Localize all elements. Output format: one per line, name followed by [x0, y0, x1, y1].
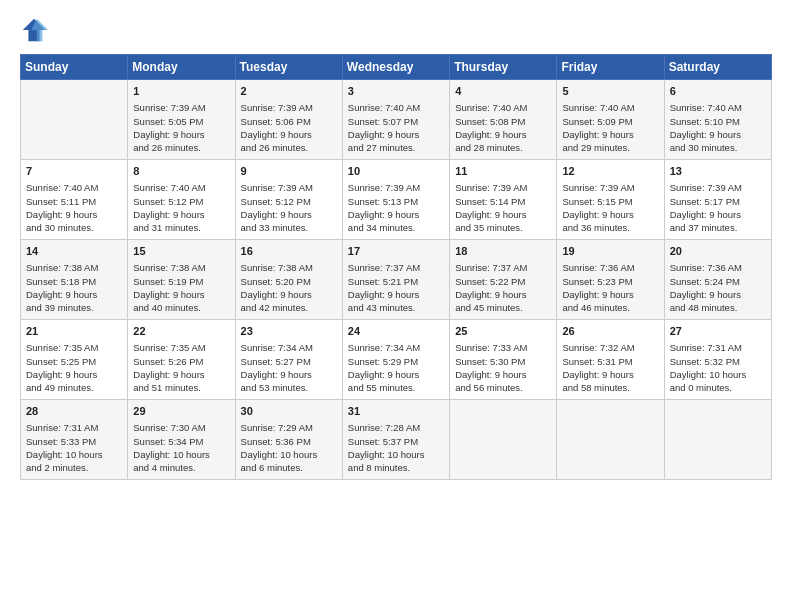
day-info-line: and 36 minutes. — [562, 221, 658, 234]
day-info-line: and 30 minutes. — [26, 221, 122, 234]
day-number: 14 — [26, 244, 122, 259]
day-info-line: Sunrise: 7:39 AM — [562, 181, 658, 194]
day-number: 13 — [670, 164, 766, 179]
day-number: 16 — [241, 244, 337, 259]
day-info-line: Daylight: 9 hours — [670, 128, 766, 141]
weekday-sunday: Sunday — [21, 55, 128, 80]
day-info-line: Sunrise: 7:38 AM — [133, 261, 229, 274]
day-info-line: Sunrise: 7:35 AM — [133, 341, 229, 354]
day-info-line: Sunrise: 7:39 AM — [241, 101, 337, 114]
day-info-line: Sunrise: 7:39 AM — [455, 181, 551, 194]
day-info-line: Sunrise: 7:31 AM — [26, 421, 122, 434]
day-info-line: Daylight: 10 hours — [241, 448, 337, 461]
day-info-line: Sunset: 5:07 PM — [348, 115, 444, 128]
day-info-line: and 40 minutes. — [133, 301, 229, 314]
day-info-line: and 2 minutes. — [26, 461, 122, 474]
day-info-line: Sunset: 5:21 PM — [348, 275, 444, 288]
day-info-line: and 42 minutes. — [241, 301, 337, 314]
day-info-line: Sunset: 5:34 PM — [133, 435, 229, 448]
day-info-line: Sunset: 5:20 PM — [241, 275, 337, 288]
day-info-line: and 27 minutes. — [348, 141, 444, 154]
calendar-cell: 26Sunrise: 7:32 AMSunset: 5:31 PMDayligh… — [557, 320, 664, 400]
day-info-line: Sunrise: 7:40 AM — [455, 101, 551, 114]
day-info-line: Daylight: 10 hours — [133, 448, 229, 461]
day-info-line: Sunset: 5:12 PM — [133, 195, 229, 208]
calendar-cell: 8Sunrise: 7:40 AMSunset: 5:12 PMDaylight… — [128, 160, 235, 240]
day-number: 1 — [133, 84, 229, 99]
day-info-line: and 45 minutes. — [455, 301, 551, 314]
day-number: 2 — [241, 84, 337, 99]
day-number: 27 — [670, 324, 766, 339]
day-info-line: Sunset: 5:32 PM — [670, 355, 766, 368]
logo — [20, 16, 52, 44]
day-number: 25 — [455, 324, 551, 339]
day-info-line: Sunrise: 7:40 AM — [670, 101, 766, 114]
calendar-cell: 3Sunrise: 7:40 AMSunset: 5:07 PMDaylight… — [342, 80, 449, 160]
day-info-line: Daylight: 9 hours — [26, 208, 122, 221]
weekday-thursday: Thursday — [450, 55, 557, 80]
day-number: 23 — [241, 324, 337, 339]
day-info-line: Sunset: 5:09 PM — [562, 115, 658, 128]
calendar-cell: 1Sunrise: 7:39 AMSunset: 5:05 PMDaylight… — [128, 80, 235, 160]
day-info-line: Sunset: 5:14 PM — [455, 195, 551, 208]
day-info-line: Sunset: 5:10 PM — [670, 115, 766, 128]
day-number: 4 — [455, 84, 551, 99]
weekday-friday: Friday — [557, 55, 664, 80]
day-info-line: and 30 minutes. — [670, 141, 766, 154]
day-info-line: Daylight: 9 hours — [455, 208, 551, 221]
day-number: 21 — [26, 324, 122, 339]
day-number: 20 — [670, 244, 766, 259]
day-info-line: Daylight: 9 hours — [562, 288, 658, 301]
day-info-line: and 58 minutes. — [562, 381, 658, 394]
day-info-line: Sunrise: 7:31 AM — [670, 341, 766, 354]
day-info-line: and 43 minutes. — [348, 301, 444, 314]
day-info-line: Daylight: 9 hours — [241, 288, 337, 301]
day-info-line: Daylight: 10 hours — [348, 448, 444, 461]
day-info-line: Daylight: 9 hours — [348, 288, 444, 301]
day-info-line: and 55 minutes. — [348, 381, 444, 394]
day-info-line: Sunset: 5:30 PM — [455, 355, 551, 368]
calendar-cell: 13Sunrise: 7:39 AMSunset: 5:17 PMDayligh… — [664, 160, 771, 240]
calendar-cell — [21, 80, 128, 160]
calendar-cell: 22Sunrise: 7:35 AMSunset: 5:26 PMDayligh… — [128, 320, 235, 400]
calendar-week-1: 1Sunrise: 7:39 AMSunset: 5:05 PMDaylight… — [21, 80, 772, 160]
day-info-line: Daylight: 9 hours — [133, 368, 229, 381]
day-info-line: and 34 minutes. — [348, 221, 444, 234]
day-info-line: Daylight: 9 hours — [133, 208, 229, 221]
day-info-line: Sunrise: 7:39 AM — [241, 181, 337, 194]
calendar-cell — [557, 400, 664, 480]
calendar-cell: 23Sunrise: 7:34 AMSunset: 5:27 PMDayligh… — [235, 320, 342, 400]
day-info-line: Daylight: 10 hours — [26, 448, 122, 461]
day-info-line: Daylight: 9 hours — [670, 208, 766, 221]
day-info-line: Daylight: 9 hours — [26, 368, 122, 381]
day-number: 28 — [26, 404, 122, 419]
day-info-line: and 37 minutes. — [670, 221, 766, 234]
day-info-line: Sunset: 5:25 PM — [26, 355, 122, 368]
day-info-line: Sunset: 5:31 PM — [562, 355, 658, 368]
page-container: SundayMondayTuesdayWednesdayThursdayFrid… — [0, 0, 792, 490]
header — [20, 16, 772, 44]
day-info-line: and 35 minutes. — [455, 221, 551, 234]
day-info-line: and 51 minutes. — [133, 381, 229, 394]
day-info-line: Sunrise: 7:30 AM — [133, 421, 229, 434]
day-info-line: Daylight: 9 hours — [241, 128, 337, 141]
day-info-line: Sunrise: 7:38 AM — [26, 261, 122, 274]
calendar-cell: 20Sunrise: 7:36 AMSunset: 5:24 PMDayligh… — [664, 240, 771, 320]
calendar-cell: 29Sunrise: 7:30 AMSunset: 5:34 PMDayligh… — [128, 400, 235, 480]
day-info-line: Sunset: 5:37 PM — [348, 435, 444, 448]
day-info-line: Sunrise: 7:40 AM — [562, 101, 658, 114]
day-number: 19 — [562, 244, 658, 259]
day-info-line: Sunset: 5:12 PM — [241, 195, 337, 208]
day-info-line: Sunrise: 7:35 AM — [26, 341, 122, 354]
day-info-line: Sunrise: 7:39 AM — [133, 101, 229, 114]
calendar-cell: 15Sunrise: 7:38 AMSunset: 5:19 PMDayligh… — [128, 240, 235, 320]
day-info-line: Sunset: 5:17 PM — [670, 195, 766, 208]
day-info-line: Sunrise: 7:34 AM — [348, 341, 444, 354]
calendar-cell: 30Sunrise: 7:29 AMSunset: 5:36 PMDayligh… — [235, 400, 342, 480]
day-info-line: and 49 minutes. — [26, 381, 122, 394]
calendar-week-5: 28Sunrise: 7:31 AMSunset: 5:33 PMDayligh… — [21, 400, 772, 480]
day-info-line: and 39 minutes. — [26, 301, 122, 314]
weekday-header-row: SundayMondayTuesdayWednesdayThursdayFrid… — [21, 55, 772, 80]
day-info-line: Sunrise: 7:34 AM — [241, 341, 337, 354]
day-info-line: Sunrise: 7:33 AM — [455, 341, 551, 354]
